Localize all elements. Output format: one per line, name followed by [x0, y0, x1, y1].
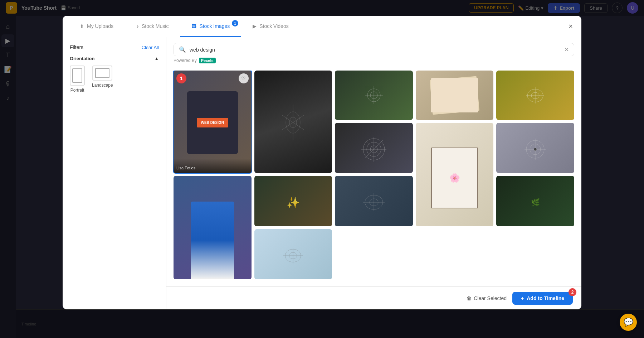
grid-item-4[interactable]	[416, 71, 494, 120]
search-clear-button[interactable]: ✕	[564, 46, 569, 53]
orientation-label: Orientation ▲	[70, 56, 159, 61]
grid-item-5[interactable]	[496, 71, 574, 120]
orientation-portrait[interactable]: Portrait	[70, 66, 85, 93]
tab-stock-videos[interactable]: ▶ Stock Videos	[241, 16, 300, 37]
clear-all-button[interactable]: Clear All	[142, 45, 159, 50]
modal-close-button[interactable]: ×	[566, 19, 576, 33]
add-icon: +	[521, 295, 524, 301]
filter-header: Filters Clear All	[70, 44, 159, 50]
svg-point-24	[534, 148, 537, 151]
grid-item-12[interactable]: 🌿	[496, 176, 574, 226]
add-to-timeline-button[interactable]: + Add to Timeline 2	[512, 292, 573, 305]
modal-tabs: ⬆ My Uploads ♪ Stock Music 🖼 Stock Image…	[63, 16, 581, 37]
upload-icon: ⬆	[80, 23, 84, 29]
grid-item-9[interactable]	[174, 176, 252, 279]
landscape-icon	[95, 68, 109, 78]
grid-item-8[interactable]	[496, 123, 574, 173]
favorite-button-1[interactable]: ♡	[239, 73, 249, 83]
grid-item-1[interactable]: WEB DESIGN 1 ♡ Lisa Fotios	[174, 71, 252, 173]
portrait-icon	[72, 68, 82, 83]
tab-stock-images[interactable]: 🖼 Stock Images 1	[180, 16, 241, 37]
grid-item-11[interactable]	[335, 176, 413, 226]
search-icon: 🔍	[179, 46, 186, 53]
portrait-icon-box	[70, 66, 85, 86]
chat-icon: 💬	[624, 318, 633, 327]
add-timeline-count-badge: 2	[569, 288, 576, 296]
tab-my-uploads[interactable]: ⬆ My Uploads	[68, 16, 125, 37]
orientation-section: Orientation ▲ Portrait	[70, 56, 159, 93]
grid-item-7[interactable]: 🌸	[416, 123, 494, 226]
chat-bubble[interactable]: 💬	[620, 314, 637, 331]
pexels-badge: Pexels	[199, 58, 216, 63]
modal-overlay: ⬆ My Uploads ♪ Stock Music 🖼 Stock Image…	[0, 0, 644, 338]
modal-footer: 🗑 Clear Selected + Add to Timeline 2	[166, 286, 581, 309]
grid-item-2[interactable]	[254, 71, 332, 173]
trash-icon: 🗑	[467, 295, 472, 301]
filters-label: Filters	[70, 44, 83, 50]
image-icon: 🖼	[191, 23, 196, 29]
tab-stock-music[interactable]: ♪ Stock Music	[125, 16, 180, 37]
chevron-up-icon: ▲	[154, 56, 159, 61]
powered-by: Powered By Pexels	[174, 56, 574, 65]
modal-body: Filters Clear All Orientation ▲ Portrait	[63, 37, 581, 309]
orientation-landscape[interactable]: Landscape	[92, 66, 113, 93]
filter-sidebar: Filters Clear All Orientation ▲ Portrait	[63, 37, 166, 309]
content-area: 🔍 ✕ Powered By Pexels	[166, 37, 581, 309]
orientation-options: Portrait Landscape	[70, 66, 159, 93]
media-modal: ⬆ My Uploads ♪ Stock Music 🖼 Stock Image…	[63, 16, 581, 309]
clear-selected-button[interactable]: 🗑 Clear Selected	[467, 295, 507, 301]
selection-badge-1: 1	[176, 73, 186, 83]
landscape-icon-box	[92, 66, 112, 81]
grid-item-13[interactable]	[254, 229, 332, 279]
music-icon: ♪	[136, 23, 139, 29]
grid-item-6[interactable]	[335, 123, 413, 173]
video-icon: ▶	[253, 23, 257, 29]
search-input[interactable]	[190, 47, 561, 53]
image-grid: WEB DESIGN 1 ♡ Lisa Fotios	[166, 71, 581, 286]
tab-badge-images: 1	[232, 20, 238, 26]
search-bar: 🔍 ✕ Powered By Pexels	[166, 37, 581, 71]
grid-item-10[interactable]: ✨	[254, 176, 332, 226]
photo-credit-1: Lisa Fotios	[174, 159, 252, 173]
grid-item-3[interactable]	[335, 71, 413, 120]
search-wrapper: 🔍 ✕	[174, 43, 574, 56]
